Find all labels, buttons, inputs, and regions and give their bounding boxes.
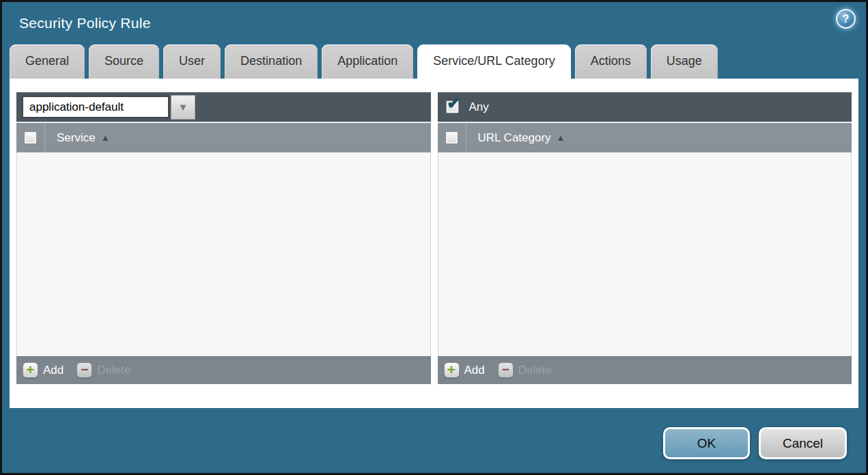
url-category-add-button[interactable]: + Add [444, 362, 485, 378]
any-checkbox[interactable]: ✔ [446, 100, 459, 113]
tab-application[interactable]: Application [322, 44, 413, 79]
dialog-titlebar: Security Policy Rule ? [2, 2, 866, 44]
cancel-button[interactable]: Cancel [759, 427, 847, 459]
add-icon: + [444, 362, 460, 378]
add-button-label: Add [464, 364, 485, 377]
service-table-header: Service ▲ [16, 122, 431, 152]
url-category-delete-button[interactable]: − Delete [498, 362, 552, 378]
url-category-column-header[interactable]: URL Category [478, 131, 551, 145]
service-header-checkcell [16, 123, 45, 152]
tab-usage[interactable]: Usage [651, 44, 718, 79]
delete-button-label: Delete [97, 364, 130, 377]
tab-general[interactable]: General [10, 44, 85, 79]
url-category-list-body [438, 152, 852, 356]
service-dropdown: ▼ [22, 95, 195, 120]
url-category-header-checkcell [438, 123, 466, 152]
chevron-down-icon: ▼ [178, 102, 188, 112]
dialog-title: Security Policy Rule [19, 15, 151, 31]
help-icon[interactable]: ? [836, 9, 856, 29]
tab-source[interactable]: Source [89, 44, 159, 79]
any-checkbox-label[interactable]: Any [469, 100, 489, 114]
delete-icon: − [498, 362, 514, 378]
service-add-button[interactable]: + Add [23, 362, 64, 378]
service-toolbar: ▼ [16, 92, 431, 122]
tab-service-url-category[interactable]: Service/URL Category [417, 44, 570, 79]
sort-asc-icon[interactable]: ▲ [557, 133, 565, 143]
url-category-select-all-checkbox[interactable] [445, 131, 458, 144]
panels-row: ▼ Service ▲ + [10, 79, 858, 384]
service-dropdown-input[interactable] [22, 96, 169, 118]
service-list-body [16, 152, 431, 356]
service-column-header[interactable]: Service [57, 131, 96, 145]
service-footer: + Add − Delete [16, 356, 431, 384]
service-select-all-checkbox[interactable] [24, 131, 37, 144]
tab-actions[interactable]: Actions [575, 44, 647, 79]
delete-button-label: Delete [518, 364, 552, 377]
delete-icon: − [76, 362, 92, 378]
url-category-toolbar: ✔ Any [438, 92, 852, 122]
sort-asc-icon[interactable]: ▲ [101, 133, 110, 143]
url-category-panel: ✔ Any URL Category ▲ + [438, 92, 852, 384]
service-panel: ▼ Service ▲ + [16, 92, 431, 384]
service-delete-button[interactable]: − Delete [76, 362, 130, 378]
url-category-footer: + Add − Delete [438, 356, 852, 384]
url-category-table-header: URL Category ▲ [438, 122, 852, 152]
tab-bar: General Source User Destination Applicat… [2, 44, 866, 79]
ok-button[interactable]: OK [663, 427, 750, 459]
dialog-action-buttons: OK Cancel [663, 427, 847, 459]
service-dropdown-button[interactable]: ▼ [171, 95, 195, 120]
add-button-label: Add [43, 364, 64, 377]
check-icon: ✔ [447, 96, 460, 111]
tab-content-area: ▼ Service ▲ + [10, 79, 858, 408]
tab-destination[interactable]: Destination [225, 44, 318, 79]
add-icon: + [23, 362, 38, 378]
tab-user[interactable]: User [163, 44, 221, 79]
security-policy-rule-dialog: Security Policy Rule ? General Source Us… [0, 0, 868, 475]
